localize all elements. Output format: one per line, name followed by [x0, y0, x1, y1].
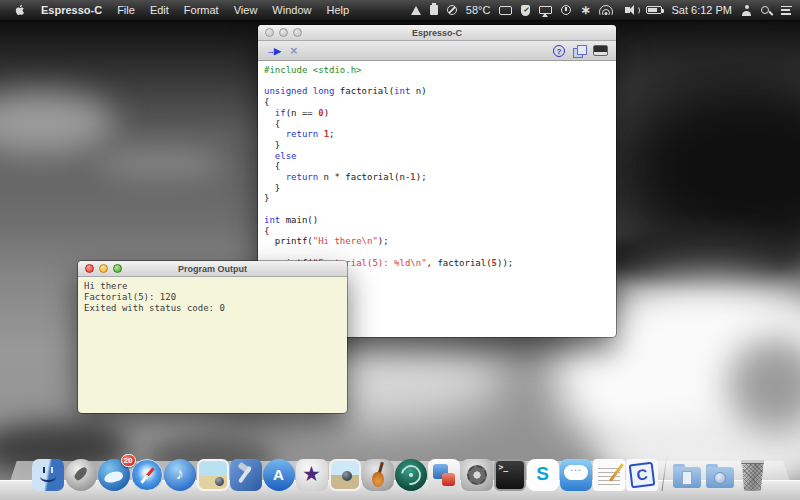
dock-garageband-icon[interactable] [362, 459, 394, 491]
menu-bar-clock[interactable]: Sat 6:12 PM [671, 0, 732, 20]
zoom-button[interactable] [113, 264, 122, 273]
dock-espresso-c-icon[interactable] [626, 459, 658, 491]
dock-terminal-icon[interactable] [494, 459, 526, 491]
dock-thunderbird-icon[interactable]: 20 [98, 459, 130, 491]
notification-center-icon[interactable] [781, 0, 792, 20]
alert-icon[interactable] [411, 0, 421, 20]
dock-skype-icon[interactable] [527, 459, 559, 491]
document-emblem [682, 471, 692, 485]
stop-button[interactable]: × [290, 44, 298, 57]
dock-photobooth-icon[interactable] [329, 459, 361, 491]
wallpaper-blob [0, 92, 115, 154]
output-window: Program Output Hi thereFactorial(5): 120… [78, 261, 347, 413]
code-window-titlebar[interactable]: Espresso-C [258, 25, 616, 41]
run-button[interactable]: →▶ [266, 46, 280, 56]
menu-view[interactable]: View [234, 4, 258, 16]
minimize-button[interactable] [99, 264, 108, 273]
downloads-emblem [714, 472, 726, 484]
desktop: Espresso-C File Edit Format View Window … [0, 0, 800, 500]
dock-separator [661, 455, 667, 491]
dock-trash-icon[interactable] [740, 460, 766, 491]
volume-icon[interactable] [622, 0, 637, 20]
code-toolbar: →▶ × ? [258, 41, 616, 61]
output-window-titlebar[interactable]: Program Output [78, 261, 347, 277]
display-icon[interactable] [499, 0, 512, 20]
apple-icon[interactable] [14, 3, 26, 17]
dock-itunes-icon[interactable] [164, 459, 196, 491]
wifi-icon[interactable] [599, 0, 613, 20]
fan-icon[interactable]: ∗ [580, 0, 590, 20]
dock-messages-icon[interactable] [560, 459, 592, 491]
dock-textedit-icon[interactable] [593, 459, 625, 491]
copy-button[interactable] [573, 45, 585, 57]
temperature-status[interactable]: 58°C [466, 0, 491, 20]
zoom-button[interactable] [293, 28, 302, 37]
code-window-title: Espresso-C [258, 28, 616, 38]
dock-downloads-folder-icon[interactable] [704, 459, 736, 491]
do-not-disturb-icon[interactable] [447, 0, 457, 20]
spotlight-search-icon[interactable] [761, 0, 772, 20]
menu-edit[interactable]: Edit [150, 4, 169, 16]
menu-help[interactable]: Help [326, 4, 349, 16]
menu-format[interactable]: Format [184, 4, 219, 16]
dock-iphoto-icon[interactable] [197, 459, 229, 491]
menu-window[interactable]: Window [272, 4, 311, 16]
shield-check-icon[interactable]: ✓ [521, 0, 530, 20]
user-icon[interactable] [741, 0, 752, 20]
dock: 20 [0, 455, 800, 491]
close-button[interactable] [85, 264, 94, 273]
thunderbird-badge: 20 [121, 454, 136, 467]
clipboard-icon[interactable] [430, 0, 438, 20]
dock-appstore-icon[interactable] [263, 459, 295, 491]
menu-bar: Espresso-C File Edit Format View Window … [0, 0, 800, 20]
dock-finder-icon[interactable] [32, 459, 64, 491]
dock-imovie-icon[interactable] [296, 459, 328, 491]
display-button[interactable] [593, 45, 608, 56]
program-output-text: Hi thereFactorial(5): 120Exited with sta… [78, 277, 347, 318]
wallpaper-blob [95, 148, 225, 180]
dock-xcode-icon[interactable] [230, 459, 262, 491]
clock-icon[interactable] [561, 0, 571, 20]
help-button[interactable]: ? [553, 45, 565, 57]
dock-safari-icon[interactable] [131, 459, 163, 491]
dock-documents-folder-icon[interactable] [671, 459, 703, 491]
menu-file[interactable]: File [117, 4, 135, 16]
dock-system-preferences-icon[interactable] [461, 459, 493, 491]
dock-launchpad-icon[interactable] [65, 459, 97, 491]
dock-timemachine-icon[interactable] [395, 459, 427, 491]
menu-app-name[interactable]: Espresso-C [41, 4, 102, 16]
airplay-icon[interactable] [539, 0, 552, 20]
close-button[interactable] [265, 28, 274, 37]
dock-vmware-icon[interactable] [428, 459, 460, 491]
minimize-button[interactable] [279, 28, 288, 37]
battery-icon[interactable] [646, 0, 662, 20]
